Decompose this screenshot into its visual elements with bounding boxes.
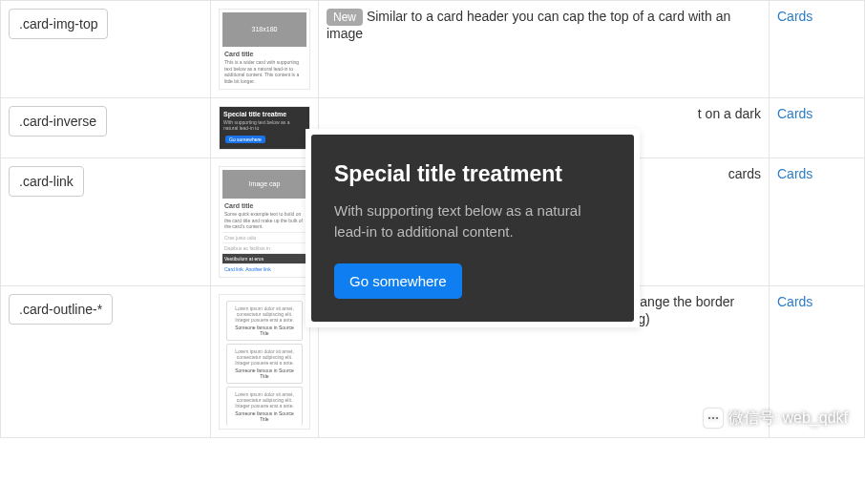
description-cell: New Similar to a card header you can cap… [319,1,770,98]
thumb-outline-item: Lorem ipsum dolor sit amet, consectetur … [226,301,303,341]
class-tag: .card-link [9,166,84,197]
thumb-links: Card link Another link [222,263,306,274]
description-text: Similar to a card header you can cap the… [327,9,730,41]
thumb-outline-item: Lorem ipsum dolor sit amet, consectetur … [226,387,303,426]
cards-link[interactable]: Cards [777,166,812,181]
thumb-list-item: Cras justo odio [222,232,306,242]
thumb-text: This is a wider card with supporting tex… [224,59,305,84]
watermark: ⋯ 微信号: web_qdkf [704,409,848,429]
class-tag: .card-inverse [9,106,107,136]
new-badge: New [327,9,363,26]
class-tag: .card-img-top [9,9,108,39]
go-somewhere-button[interactable]: Go somewhere [334,263,462,299]
thumb-dark-title: Special title treatme [223,111,306,117]
thumb-dark-text: With supporting text below as a natural … [223,119,306,131]
card-inverse-example: Special title treatment With supporting … [311,135,634,322]
cards-link[interactable]: Cards [777,294,812,309]
hero-placeholder: 318x180 [222,12,306,47]
cards-link[interactable]: Cards [777,9,812,24]
thumb-title: Card title [224,51,305,57]
wechat-icon: ⋯ [704,409,723,428]
thumbnail-card-outline: Lorem ipsum dolor sit amet, consectetur … [219,294,310,430]
hero-placeholder: Image cap [222,170,306,199]
thumb-outline-item: Lorem ipsum dolor sit amet, consectetur … [226,344,303,384]
table-row: .card-img-top 318x180 Card title This is… [1,1,865,98]
example-popup: Special title treatment With supporting … [306,129,640,327]
thumb-list-item: Vestibulum at eros [222,253,306,263]
thumb-text: Some quick example text to build on the … [224,211,305,230]
thumbnail-card-link: Image cap Card title Some quick example … [219,166,310,278]
thumb-title: Card title [224,202,305,209]
description-text: cards [728,166,761,181]
card-text: With supporting text below as a natural … [334,200,611,242]
card-title: Special title treatment [334,161,611,187]
description-text: t on a dark [698,106,761,121]
thumbnail-card-inverse: Special title treatme With supporting te… [219,106,310,150]
cards-link[interactable]: Cards [777,106,812,121]
class-tag: .card-outline-* [9,294,113,325]
thumb-dark-button: Go somewhere [225,136,265,143]
watermark-text: 微信号: web_qdkf [728,409,848,429]
thumbnail-card-img-top: 318x180 Card title This is a wider card … [219,9,310,90]
thumb-list-item: Dapibus ac facilisis in [222,242,306,253]
